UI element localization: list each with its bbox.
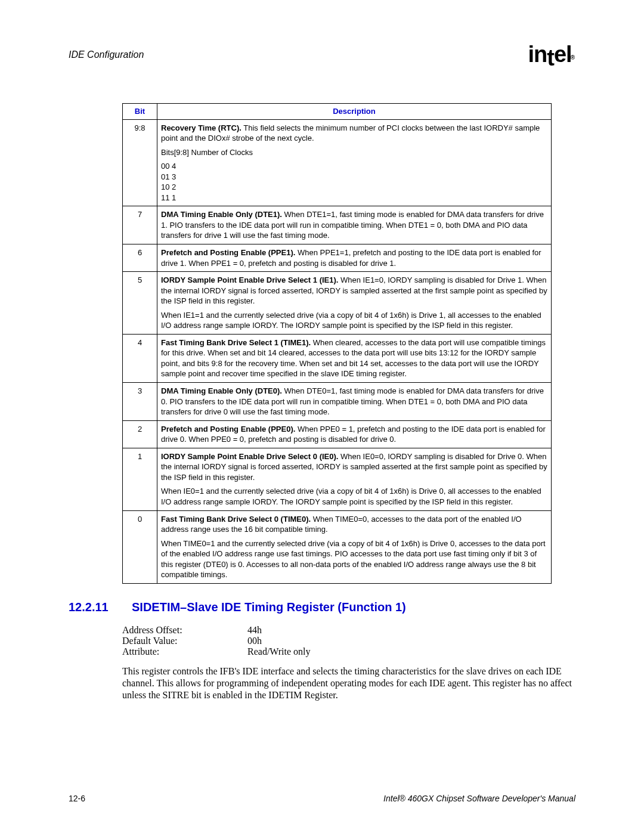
description-cell: Prefetch and Posting Enable (PPE1). When… [157, 244, 552, 272]
table-header-description: Description [157, 104, 552, 120]
description-paragraph: DMA Timing Enable Only (DTE1). When DTE1… [161, 209, 547, 241]
table-row: 9:8Recovery Time (RTC). This field selec… [123, 119, 552, 206]
table-row: 4Fast Timing Bank Drive Select 1 (TIME1)… [123, 334, 552, 382]
description-cell: IORDY Sample Point Enable Drive Select 1… [157, 272, 552, 335]
page-footer: 12-6 Intel® 460GX Chipset Software Devel… [69, 794, 575, 803]
description-cell: Fast Timing Bank Drive Select 0 (TIME0).… [157, 510, 552, 583]
address-offset-label: Address Offset: [122, 625, 247, 636]
description-paragraph: IORDY Sample Point Enable Drive Select 0… [161, 451, 547, 483]
default-value-value: 00h [247, 636, 262, 646]
description-cell: Fast Timing Bank Drive Select 1 (TIME1).… [157, 334, 552, 382]
description-cell: DMA Timing Enable Only (DTE1). When DTE1… [157, 206, 552, 244]
description-paragraph: Prefetch and Posting Enable (PPE1). When… [161, 247, 547, 268]
bit-cell: 4 [123, 334, 157, 382]
description-paragraph: Fast Timing Bank Drive Select 0 (TIME0).… [161, 514, 547, 535]
section-title: IDE Configuration [69, 49, 144, 60]
default-value-label: Default Value: [122, 636, 247, 646]
intel-logo: intel® [528, 42, 575, 67]
description-paragraph: 00 401 310 211 1 [161, 161, 547, 203]
bit-cell: 9:8 [123, 119, 157, 206]
table-row: 1IORDY Sample Point Enable Drive Select … [123, 448, 552, 510]
bit-cell: 3 [123, 383, 157, 421]
bit-cell: 0 [123, 510, 157, 583]
table-row: 0Fast Timing Bank Drive Select 0 (TIME0)… [123, 510, 552, 583]
table-row: 5IORDY Sample Point Enable Drive Select … [123, 272, 552, 335]
bit-cell: 5 [123, 272, 157, 335]
description-paragraph: DMA Timing Enable Only (DTE0). When DTE0… [161, 386, 547, 417]
section-heading: 12.2.11 SIDETIM–Slave IDE Timing Registe… [69, 600, 575, 614]
address-offset-value: 44h [247, 625, 262, 636]
description-cell: DMA Timing Enable Only (DTE0). When DTE0… [157, 383, 552, 421]
register-description: This register controls the IFB's IDE int… [122, 665, 575, 701]
description-paragraph: Fast Timing Bank Drive Select 1 (TIME1).… [161, 337, 547, 379]
description-paragraph: When IE1=1 and the currently selected dr… [161, 310, 547, 331]
bit-cell: 6 [123, 244, 157, 272]
description-paragraph: Bits[9:8] Number of Clocks [161, 147, 547, 158]
bit-cell: 1 [123, 448, 157, 510]
table-row: 2Prefetch and Posting Enable (PPE0). Whe… [123, 420, 552, 448]
description-paragraph: Prefetch and Posting Enable (PPE0). When… [161, 424, 547, 445]
page-number: 12-6 [69, 794, 85, 803]
bit-description-table: Bit Description 9:8Recovery Time (RTC). … [122, 103, 552, 584]
description-paragraph: Recovery Time (RTC). This field selects … [161, 123, 547, 144]
page-header: IDE Configuration intel® [69, 42, 575, 67]
register-metadata: Address Offset: 44h Default Value: 00h A… [122, 625, 575, 657]
attribute-value: Read/Write only [247, 646, 311, 657]
description-cell: Recovery Time (RTC). This field selects … [157, 119, 552, 206]
section-number: 12.2.11 [69, 600, 115, 614]
manual-title: Intel® 460GX Chipset Software Developer'… [383, 794, 575, 803]
description-paragraph: When TIME0=1 and the currently selected … [161, 538, 547, 580]
description-cell: Prefetch and Posting Enable (PPE0). When… [157, 420, 552, 448]
description-paragraph: When IE0=1 and the currently selected dr… [161, 486, 547, 507]
description-paragraph: IORDY Sample Point Enable Drive Select 1… [161, 275, 547, 306]
table-row: 7DMA Timing Enable Only (DTE1). When DTE… [123, 206, 552, 244]
table-row: 6Prefetch and Posting Enable (PPE1). Whe… [123, 244, 552, 272]
description-cell: IORDY Sample Point Enable Drive Select 0… [157, 448, 552, 510]
table-header-bit: Bit [123, 104, 157, 120]
attribute-label: Attribute: [122, 646, 247, 657]
bit-cell: 7 [123, 206, 157, 244]
bit-cell: 2 [123, 420, 157, 448]
section-heading-title: SIDETIM–Slave IDE Timing Register (Funct… [132, 600, 406, 614]
table-row: 3DMA Timing Enable Only (DTE0). When DTE… [123, 383, 552, 421]
